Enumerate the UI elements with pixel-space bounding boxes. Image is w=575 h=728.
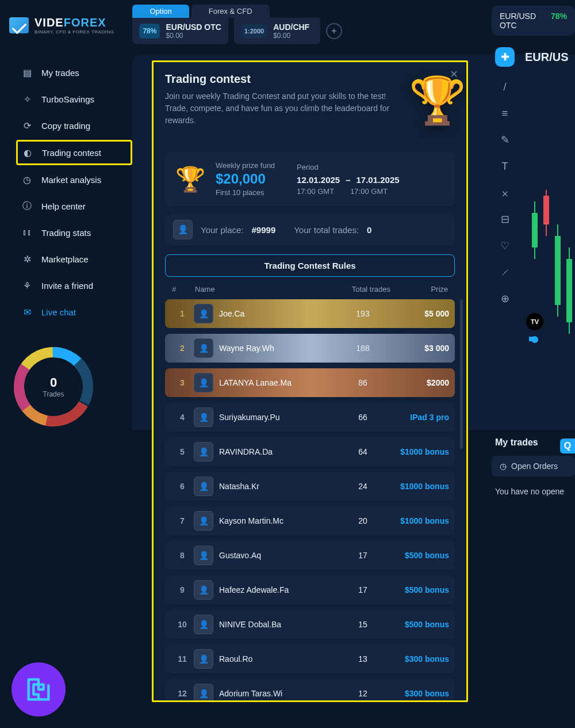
trader-prize: $300 bonus [386,689,449,698]
leaderboard-row[interactable]: 2👤Wayne Ray.Wh188$3 000 [165,334,455,363]
avatar-icon: 👤 [194,684,213,702]
trader-trades: 20 [340,516,386,525]
instrument-card-eurusd[interactable]: 78% EUR/USD OTC $0.00 [132,18,228,44]
rank: 11 [171,654,194,664]
trader-name: Wayne Ray.Wh [219,344,340,353]
avatar-icon: 👤 [194,615,213,634]
leaderboard-row[interactable]: 10👤NINIVE Dobal.Ba15$500 bonus [165,610,455,639]
leaderboard-row[interactable]: 6👤Natasha.Kr24$1000 bonus [165,472,455,501]
leaderboard-row[interactable]: 9👤Hafeez Adewale.Fa17$500 bonus [165,575,455,604]
sidebar-item-market-analysis[interactable]: ◷Market analysis [16,167,132,192]
period-label: Period [297,163,400,171]
indicators-icon[interactable]: ≡ [495,104,515,123]
leaderboard-row[interactable]: 7👤Kayson Martin.Mc20$1000 bonus [165,506,455,535]
trades-gauge: 0 Trades [10,344,97,430]
analysis-icon: ◷ [21,173,33,186]
leaderboard-row[interactable]: 3👤LATANYA Lanae.Ma86$2000 [165,368,455,397]
brush-icon[interactable]: ✎ [495,130,515,150]
leaderboard-row[interactable]: 11👤Raoul.Ro13$300 bonus [165,645,455,673]
crosshair-icon[interactable]: ✚ [495,47,515,67]
chat-icon: ✉ [21,306,33,318]
period-start-date: 12.01.2025 [297,175,340,185]
info-icon: ⓘ [21,200,33,212]
svg-rect-10 [543,196,549,224]
rank: 2 [171,344,194,353]
fab-button[interactable] [12,662,66,716]
trophy-icon: 🏆 [403,74,468,137]
trader-name: Natasha.Kr [219,482,340,491]
trader-trades: 193 [340,309,386,318]
favorite-icon[interactable]: ♡ [495,236,515,256]
sidebar-item-live-chat[interactable]: ✉Live chat [16,300,132,324]
sidebar-item-trading-stats[interactable]: ⫾⫾Trading stats [16,220,132,245]
pattern-icon[interactable]: ⨉ [495,183,515,203]
trendline-icon[interactable]: / [495,77,515,97]
trader-trades: 64 [340,447,386,456]
zoom-in-icon[interactable]: ⊕ [495,289,515,308]
stats-icon: ⫾⫾ [21,226,33,239]
contest-rules-button[interactable]: Trading Contest Rules [165,254,455,277]
leaderboard-row[interactable]: 5👤RAVINDRA.Da64$1000 bonus [165,437,455,466]
leaderboard-row[interactable]: 8👤Gustavo.Aq17$500 bonus [165,541,455,570]
trader-name: Gustavo.Aq [219,551,340,560]
trader-trades: 66 [340,413,386,422]
trader-trades: 24 [340,482,386,491]
sidebar-item-help-center[interactable]: ⓘHelp center [16,194,132,218]
period-end-time: 17:00 GMT [350,187,388,196]
avatar-icon: 👤 [194,338,213,358]
instrument-price: $0.00 [273,32,309,40]
leaderboard-row[interactable]: 12👤Adorium Taras.Wi12$300 bonus [165,679,455,702]
trades-count: 0 [43,375,64,390]
logo-subtext: BINARY, CFD & FOREX TRADING [34,29,114,35]
trader-prize: $500 bonus [386,551,449,560]
avatar-icon: 👤 [194,580,213,600]
leverage-badge: 1:2000 [241,24,267,38]
levels-icon[interactable]: ⊟ [495,209,515,229]
tab-option[interactable]: Option [132,5,189,18]
add-instrument-button[interactable]: + [326,23,342,39]
payout-badge: 78% [139,24,160,39]
quick-button[interactable]: Q [560,439,575,453]
leaderboard-row[interactable]: 4👤Suriyakumary.Pu66IPad 3 pro [165,403,455,432]
avatar-icon: 👤 [173,220,193,239]
sidebar-item-marketplace[interactable]: ✲Marketplace [16,247,132,271]
rank: 4 [171,413,194,422]
trader-name: NINIVE Dobal.Ba [219,620,340,629]
sidebar-item-trading-contest[interactable]: ◐Trading contest [16,140,132,165]
svg-rect-8 [532,213,538,247]
instrument-card-audchf[interactable]: 1:2000 AUD/CHF $0.00 [234,18,320,44]
sidebar-item-invite[interactable]: ⚘Invite a friend [16,273,132,298]
fab-icon [24,674,53,704]
sidebar-item-my-trades[interactable]: ▤My trades [16,60,132,85]
trader-trades: 86 [340,378,386,387]
trader-name: Suriyakumary.Pu [219,413,340,422]
leaderboard-list: 1👤Joe.Ca193$5 0002👤Wayne Ray.Wh188$3 000… [165,299,455,702]
trading-contest-modal: ✕ Trading contest Join our weekly Tradin… [152,60,468,702]
sidebar-item-copy-trading[interactable]: ⟳Copy trading [16,113,132,138]
rank: 5 [171,447,194,456]
trader-prize: $500 bonus [386,585,449,594]
brand-logo[interactable]: VIDEFOREX BINARY, CFD & FOREX TRADING [9,5,114,35]
text-icon[interactable]: T [495,157,515,176]
chart-pair-title: EUR/US [525,51,569,64]
leaderboard-row[interactable]: 1👤Joe.Ca193$5 000 [165,299,455,328]
trader-trades: 12 [340,689,386,698]
prize-fund-amount: $20,000 [216,171,275,187]
trader-trades: 17 [340,585,386,594]
ruler-icon[interactable]: ⟋ [495,262,515,282]
rank: 3 [171,378,194,387]
rank: 10 [171,620,194,629]
leaderboard-header: # Name Total trades Prize [165,277,455,299]
trader-name: Hafeez Adewale.Fa [219,585,340,594]
candlestick-chart [529,190,575,426]
scrollbar[interactable] [460,299,463,449]
trader-trades: 15 [340,620,386,629]
sidebar-item-turbosavings[interactable]: ✧TurboSavings [16,87,132,111]
trader-trades: 13 [340,654,386,664]
modal-description: Join our weekly Trading Contest and put … [165,90,395,127]
tab-open-orders[interactable]: ◷ Open Orders [492,456,575,477]
tab-forex-cfd[interactable]: Forex & CFD [191,5,270,18]
trader-prize: $5 000 [386,309,449,318]
rank: 12 [171,689,194,698]
no-open-trades-text: You have no opene [492,487,575,496]
